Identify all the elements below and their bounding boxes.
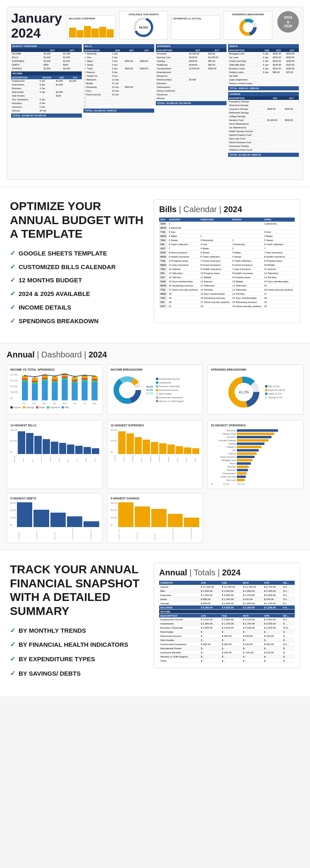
check-icon-2: ✓ — [10, 263, 15, 272]
leg-employment: Employment Income — [156, 378, 184, 380]
income-vs-spendings-chart: INCOME vs TOTAL SPENDINGS $17,500 $15,00… — [7, 364, 103, 414]
leg-govt: Government Assistance — [156, 396, 184, 399]
summary-left: TRACK YOUR ANNUAL FINANCIAL SNAPSHOT WIT… — [10, 563, 145, 684]
feature-item-5: ✓ INCOME DETAILS — [10, 303, 145, 312]
highest-debts-title: 5 HIGHEST DEBTS — [10, 497, 99, 500]
debts-header: DEBTS — [228, 44, 299, 48]
ss-month: January — [11, 11, 62, 26]
legend-debts: Debts — [36, 406, 45, 409]
svg-rect-28 — [62, 376, 67, 378]
sf-item-4: ✓ BY SAVINGS/ DEBTS — [10, 669, 145, 678]
available-label: AVAILABLE THIS MONTH — [121, 13, 166, 16]
check-icon-1: ✓ — [10, 249, 15, 258]
h-bar-row: Home Insurance — [211, 456, 300, 458]
legend-bills: Bills — [62, 406, 69, 409]
features-section: OPTIMIZE YOUR ANNUAL BUDGET WITH A TEMPL… — [0, 187, 310, 343]
ss-year: 2024 — [11, 26, 62, 41]
h-bar-row: Vacation Fund — [211, 433, 300, 435]
income-investments-row: Investments $ 1,000.00 $ 1,700.00 $ 1,70… — [159, 622, 295, 626]
svg-rect-24 — [52, 379, 57, 381]
th-mar2: MAR — [242, 614, 263, 618]
h-bar-row: Electricity — [211, 429, 300, 432]
svg-point-48 — [84, 374, 86, 376]
svg-rect-38 — [92, 382, 98, 400]
features-left: OPTIMIZE YOUR ANNUAL BUDGET WITH A TEMPL… — [10, 199, 145, 331]
spreadsheet-preview: January 2024 BALANCE OVERVIEW — [7, 7, 303, 180]
income-breakdown-title: INCOME BREAKDOWN — [111, 368, 200, 371]
sf-label-3: BY EXPENDITURE TYPES — [19, 655, 95, 663]
svg-rect-39 — [92, 381, 98, 382]
sf-check-3: ✓ — [10, 655, 15, 664]
th-jan2: JAN — [200, 614, 221, 618]
leg-investments: Investments — [156, 381, 184, 384]
th-feb2: FEB — [221, 614, 242, 618]
svg-rect-12 — [22, 378, 28, 380]
th-jan: JAN — [200, 581, 221, 585]
th-desc: DESCRIPTION — [159, 614, 200, 618]
feature-label-5: INCOME DETAILS — [19, 303, 71, 312]
cal-header-day: DAY — [159, 218, 167, 222]
feature-item-1: ✓ GOOGLE SHEETS TEMPLATE — [10, 249, 145, 258]
sf-item-2: ✓ BY FINANCIAL HEALTH INDICATORS — [10, 641, 145, 649]
svg-point-42 — [24, 375, 26, 376]
h-bar-row: Groceries — [211, 436, 300, 438]
sf-label-2: BY FINANCIAL HEALTH INDICATORS — [19, 641, 128, 649]
legend-expenses: Expenses — [47, 406, 60, 409]
ss-header: January 2024 BALANCE OVERVIEW — [11, 11, 299, 41]
income-chart-legend: Income Savings Debts Expenses Bills — [10, 406, 99, 409]
sf-label-1: BY MONTHLY TRENDS — [19, 627, 86, 635]
spending-breakdown-title: SPENDING BREAKDOWN — [211, 368, 300, 371]
svg-rect-31 — [72, 381, 77, 383]
leg-savings-sp: Savings 8.7% — [265, 396, 285, 399]
svg-point-49 — [94, 375, 95, 376]
leg-side: Side Hustles — [156, 393, 184, 395]
check-icon-3: ✓ — [10, 276, 15, 285]
feature-label-2: CUSTOMIZED BILLS CALENDAR — [19, 263, 116, 271]
svg-rect-14 — [32, 384, 38, 400]
cal-header-jan: JANUARY — [167, 218, 199, 222]
h-bar-row: Auto Loan — [211, 479, 300, 481]
svg-rect-15 — [32, 382, 38, 384]
sf-item-3: ✓ BY EXPENDITURE TYPES — [10, 655, 145, 664]
leg-alimony: Alimony or Child Support — [156, 400, 184, 402]
income-employment-row: Employment Income $ 3,100.00 $ 3,800.00 … — [159, 617, 295, 622]
svg-rect-30 — [72, 383, 77, 400]
th-apr: APR — [263, 581, 282, 585]
estimated-actual-label: ESTIMATED vs ACTUAL — [173, 17, 218, 20]
calendar-title-bills: Bills — [159, 205, 176, 214]
check-icon-4: ✓ — [10, 290, 15, 298]
svg-rect-33 — [72, 377, 77, 380]
svg-point-43 — [34, 376, 36, 377]
income-education-row: Educational Grants $ - $ - $ - $ - $ - — [159, 646, 295, 650]
highest-savings-chart: 5 HIGHEST SAVINGS $36,000 $24,000 $12,00… — [107, 493, 203, 544]
svg-point-55 — [120, 383, 135, 397]
dashboard-section: Annual | Dashboard | 2024 INCOME vs TOTA… — [0, 343, 310, 551]
sf-item-1: ✓ BY MONTHLY TRENDS — [10, 627, 145, 635]
sf-check-1: ✓ — [10, 627, 15, 635]
svg-rect-10 — [22, 382, 28, 400]
calendar-title-calendar: | Calendar | — [179, 205, 224, 214]
track-title: TRACK YOUR ANNUAL FINANCIAL SNAPSHOT WIT… — [10, 563, 145, 618]
ss-title-block: January 2024 — [11, 11, 62, 41]
cal-header-mar: MARCH — [231, 218, 263, 222]
svg-rect-20 — [42, 378, 48, 379]
feature-item-3: ✓ 12 MONTHS BUDGET — [10, 276, 145, 285]
bills-calendar-table: DAY JANUARY FEBRUARY MARCH APRIL SUN11 E… — [159, 218, 295, 308]
dashboard-title: Annual | Dashboard | 2024 — [7, 350, 303, 359]
totals-title-totals: | Totals | — [189, 568, 222, 577]
total-row-debts: TOTAL: $900.00 / $880.00 — [228, 86, 299, 90]
svg-rect-18 — [42, 381, 48, 400]
th-apr2: APR — [263, 614, 282, 618]
annual-totals-panel: Annual | Totals | 2024 SUMMARY JAN FEB M… — [154, 563, 300, 668]
spending-breakdown-chart: SPENDING BREAKDOWN 41.2% Bills 41.2% Exp… — [207, 364, 303, 414]
feature-label-3: 12 MONTHS BUDGET — [19, 276, 82, 284]
highest-spendings-chart: 20 HIGHEST SPENDINGS ElectricityVacation… — [207, 420, 303, 489]
total-row-expenses: TOTAL: $4,900.00 / $1,440.00 — [156, 101, 227, 105]
totals-savings-row: Savings $ 950.00 $ 1,650.00 $ 1,050.00 $… — [159, 601, 295, 605]
balance-row: BALANCE $ 6,390.00 $ 4,500.00 $ 3,300.00… — [159, 605, 295, 610]
income-other-row: Other $ - $ - $ - $ - $ - — [159, 659, 295, 663]
h-bar-row: Phone — [211, 462, 300, 465]
svg-point-45 — [54, 375, 56, 376]
h-bar-row: Entertainment — [211, 472, 300, 475]
savings-header: SAVINGS — [228, 92, 299, 96]
